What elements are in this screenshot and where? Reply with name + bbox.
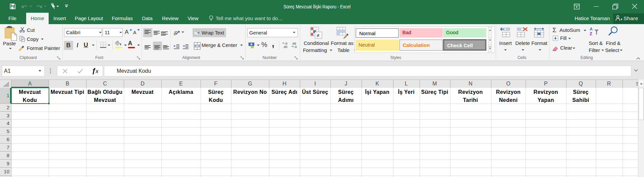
svg-text:.0: .0 xyxy=(294,45,297,49)
svg-text:.00: .00 xyxy=(292,42,296,45)
svg-text:.00: .00 xyxy=(283,45,287,49)
svg-text:Z: Z xyxy=(590,32,592,36)
svg-text:≠: ≠ xyxy=(317,33,319,38)
svg-text:A: A xyxy=(590,27,593,32)
svg-text:.0: .0 xyxy=(285,42,287,45)
